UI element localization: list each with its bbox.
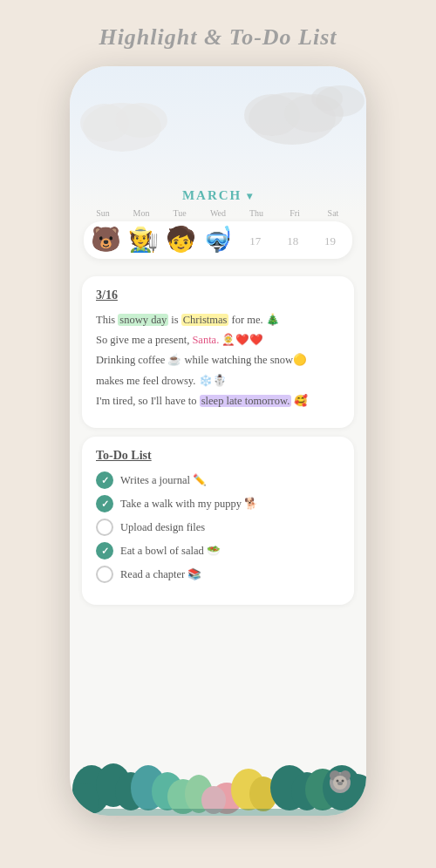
calendar-week-row: 🐻 🧑‍🌾 🧒 🤿 17 18 19 [84, 221, 352, 259]
highlight-snowy: snowy day [118, 314, 168, 326]
cal-num-sat: 19 [324, 234, 336, 248]
cal-cell-tue[interactable]: 🧒 [163, 227, 198, 254]
calendar-section: MARCH ▾ Sun Mon Tue Wed Thu Fri Sat 🐻 🧑‍… [70, 188, 366, 259]
checkbox-3[interactable] [96, 519, 113, 536]
todo-label-2: Take a walk with my puppy 🐕 [120, 497, 258, 511]
checkbox-4[interactable]: ✓ [96, 542, 113, 559]
svg-point-29 [337, 780, 339, 783]
checkmark-1: ✓ [101, 475, 109, 486]
cal-cell-fri[interactable]: 18 [276, 231, 310, 248]
cal-cell-wed[interactable]: 🤿 [201, 227, 235, 254]
phone-content[interactable]: 3/16 This snowy day is Christmas for me.… [70, 259, 366, 737]
cal-cell-thu[interactable]: 17 [238, 231, 273, 248]
cal-num-thu: 17 [249, 234, 261, 248]
highlight-date: 3/16 [96, 288, 340, 302]
highlight-line-1: This snowy day is Christmas for me. 🎄 [96, 311, 340, 329]
svg-point-7 [311, 86, 343, 111]
cal-cell-mon[interactable]: 🧑‍🌾 [126, 227, 160, 254]
todo-label-1: Writes a journal ✏️ [120, 473, 207, 487]
day-sat: Sat [316, 208, 351, 218]
day-sun: Sun [85, 208, 120, 218]
calendar-day-headers: Sun Mon Tue Wed Thu Fri Sat [84, 208, 352, 218]
month-header[interactable]: MARCH ▾ [84, 188, 352, 203]
month-dropdown-icon[interactable]: ▾ [247, 190, 254, 202]
todo-item-5[interactable]: Read a chapter 📚 [96, 566, 340, 583]
todo-item-3[interactable]: Upload design files [96, 519, 340, 536]
avatar-mon: 🧑‍🌾 [128, 227, 159, 254]
svg-point-2 [115, 103, 167, 138]
cal-cell-sat[interactable]: 19 [312, 231, 347, 248]
todo-label-4: Eat a bowl of salad 🥗 [120, 544, 221, 558]
avatar-wed: 🤿 [202, 227, 233, 254]
checkmark-4: ✓ [101, 546, 109, 557]
highlight-line-2: So give me a present, Santa. 🤶❤️❤️ [96, 331, 340, 349]
todo-item-2[interactable]: ✓ Take a walk with my puppy 🐕 [96, 495, 340, 512]
todo-card: To-Do List ✓ Writes a journal ✏️ ✓ Take … [82, 437, 354, 605]
checkmark-2: ✓ [101, 498, 109, 510]
highlight-christmas: Christmas [181, 314, 229, 326]
page-title: Highlight & To-Do List [99, 24, 337, 51]
day-fri: Fri [277, 208, 312, 218]
cal-cell-sun[interactable]: 🐻 [88, 227, 123, 254]
highlight-sleep: sleep late tomorrow. [200, 395, 292, 407]
bottom-trees [70, 737, 366, 816]
day-mon: Mon [124, 208, 159, 218]
todo-label-5: Read a chapter 📚 [120, 567, 201, 581]
highlight-line-4: makes me feel drowsy. ❄️☃️ [96, 372, 340, 390]
avatar-tue: 🧒 [166, 227, 196, 254]
trees-svg [70, 737, 366, 816]
checkbox-2[interactable]: ✓ [96, 495, 113, 512]
clouds-decoration [70, 75, 366, 171]
todo-label-3: Upload design files [120, 521, 205, 534]
svg-rect-32 [70, 809, 366, 816]
todo-title: To-Do List [96, 449, 340, 463]
cal-num-fri: 18 [287, 234, 298, 248]
day-tue: Tue [162, 208, 197, 218]
highlight-line-3: Drinking coffee ☕ while watching the sno… [96, 351, 340, 370]
phone-frame: MARCH ▾ Sun Mon Tue Wed Thu Fri Sat 🐻 🧑‍… [70, 66, 366, 816]
day-thu: Thu [239, 208, 274, 218]
svg-point-30 [342, 780, 344, 783]
svg-point-31 [337, 782, 343, 785]
todo-item-4[interactable]: ✓ Eat a bowl of salad 🥗 [96, 542, 340, 559]
todo-item-1[interactable]: ✓ Writes a journal ✏️ [96, 471, 340, 489]
month-label: MARCH [182, 188, 242, 202]
avatar-sun: 🐻 [91, 227, 121, 254]
highlight-santa: Santa. [192, 334, 219, 346]
checkbox-5[interactable] [96, 566, 113, 583]
highlight-card: 3/16 This snowy day is Christmas for me.… [82, 276, 354, 428]
checkbox-1[interactable]: ✓ [96, 471, 113, 489]
highlight-line-5: I'm tired, so I'll have to sleep late to… [96, 392, 340, 410]
day-wed: Wed [201, 208, 235, 218]
